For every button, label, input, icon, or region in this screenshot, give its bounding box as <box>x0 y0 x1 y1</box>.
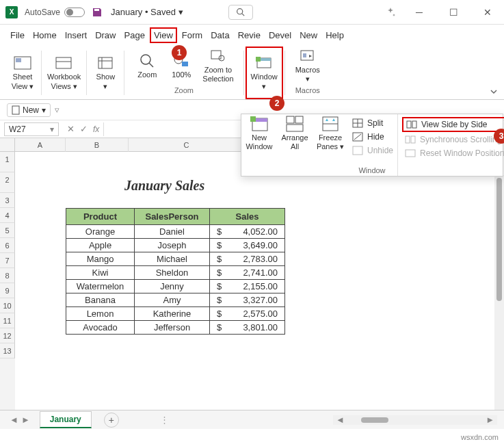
col-header-c[interactable]: C <box>129 138 245 152</box>
row-header[interactable]: 11 <box>0 313 15 328</box>
vertical-scrollbar[interactable] <box>494 175 504 421</box>
cell-product[interactable]: Avocado <box>66 321 135 335</box>
menu-page[interactable]: Page <box>121 27 148 43</box>
prev-sheet-icon[interactable]: ◄ <box>10 415 18 425</box>
sheet-tab-january[interactable]: January <box>40 411 92 428</box>
sheet-view-button[interactable]: Sheet View ▾ <box>5 47 40 99</box>
cell-person[interactable]: Jenny <box>135 280 210 293</box>
unhide-icon <box>352 146 363 155</box>
autosave-toggle[interactable] <box>64 8 85 17</box>
row-header[interactable]: 5 <box>0 223 15 238</box>
row-header[interactable]: 3 <box>0 193 15 208</box>
horizontal-scrollbar[interactable]: ◄ ► <box>333 415 497 425</box>
table-row[interactable]: MangoMichael$2,783.00 <box>66 252 285 266</box>
add-sheet-button[interactable]: + <box>104 413 119 428</box>
menu-form[interactable]: Form <box>178 27 206 43</box>
row-header[interactable]: 4 <box>0 208 15 223</box>
menu-data[interactable]: Data <box>207 27 233 43</box>
zoom-button[interactable]: Zoom <box>130 47 164 85</box>
cell-product[interactable]: Apple <box>66 239 135 252</box>
row-header[interactable]: 12 <box>0 328 15 343</box>
cell-person[interactable]: Amy <box>135 293 210 307</box>
cell-person[interactable]: Daniel <box>135 225 210 239</box>
row-header[interactable]: 7 <box>0 253 15 268</box>
close-button[interactable]: ✕ <box>477 3 499 22</box>
table-row[interactable]: AvocadoJefferson$3,801.00 <box>66 321 285 335</box>
cell-person[interactable]: Sheldon <box>135 266 210 280</box>
th-person[interactable]: SalesPerson <box>135 209 210 225</box>
cell-sales[interactable]: $4,052.00 <box>210 225 285 239</box>
table-row[interactable]: OrangeDaniel$4,052.00 <box>66 225 285 239</box>
cell-sales[interactable]: $3,327.00 <box>210 293 285 307</box>
collapse-ribbon-icon[interactable] <box>489 87 499 96</box>
cell-sales[interactable]: $2,575.00 <box>210 307 285 321</box>
menu-home[interactable]: Home <box>29 27 60 43</box>
sparkle-icon[interactable] <box>385 7 396 18</box>
row-header[interactable]: 1 <box>0 152 15 172</box>
cell-person[interactable]: Michael <box>135 252 210 266</box>
row-header[interactable]: 6 <box>0 238 15 253</box>
new-quick-button[interactable]: New ▾ <box>7 103 51 117</box>
tab-drag-handle[interactable]: ⋮ <box>160 415 169 425</box>
cell-product[interactable]: Kiwi <box>66 266 135 280</box>
split-button[interactable]: Split <box>349 117 396 129</box>
cell-sales[interactable]: $2,741.00 <box>210 266 285 280</box>
table-row[interactable]: WatermelonJenny$2,155.00 <box>66 280 285 293</box>
menu-insert[interactable]: Insert <box>62 27 91 43</box>
th-sales[interactable]: Sales <box>210 209 285 225</box>
workbook-views-button[interactable]: Workbook Views ▾ <box>43 47 85 99</box>
cell-sales[interactable]: $2,783.00 <box>210 252 285 266</box>
cell-product[interactable]: Lemon <box>66 307 135 321</box>
cell-product[interactable]: Mango <box>66 252 135 266</box>
col-header-b[interactable]: B <box>66 138 129 152</box>
macros-button[interactable]: Macros ▾ <box>291 47 325 85</box>
table-row[interactable]: KiwiSheldon$2,741.00 <box>66 266 285 280</box>
hide-button[interactable]: Hide <box>349 131 396 143</box>
cell-person[interactable]: Joseph <box>135 239 210 252</box>
row-header[interactable]: 10 <box>0 298 15 313</box>
search-button[interactable] <box>228 5 253 20</box>
cell-sales[interactable]: $3,649.00 <box>210 239 285 252</box>
document-title[interactable]: January • Saved ▾ <box>111 7 183 17</box>
scroll-left-icon[interactable]: ◄ <box>336 415 345 425</box>
cell-product[interactable]: Watermelon <box>66 280 135 293</box>
minimize-button[interactable]: ─ <box>408 3 430 22</box>
menu-review[interactable]: Revie <box>235 27 264 43</box>
save-icon[interactable] <box>92 7 103 18</box>
table-row[interactable]: LemonKatherine$2,575.00 <box>66 307 285 321</box>
quickbar-overflow[interactable]: ▿ <box>55 105 59 115</box>
cell-product[interactable]: Banana <box>66 293 135 307</box>
row-header[interactable]: 2 <box>0 172 15 193</box>
cell-product[interactable]: Orange <box>66 225 135 239</box>
menu-new[interactable]: New <box>296 27 321 43</box>
cell-sales[interactable]: $2,155.00 <box>210 280 285 293</box>
menu-file[interactable]: File <box>7 27 28 43</box>
th-product[interactable]: Product <box>66 209 135 225</box>
row-header[interactable]: 8 <box>0 268 15 283</box>
table-row[interactable]: BananaAmy$3,327.00 <box>66 293 285 307</box>
accept-formula-icon[interactable]: ✓ <box>80 124 88 134</box>
cell-person[interactable]: Katherine <box>135 307 210 321</box>
show-button[interactable]: Show ▾ <box>88 47 122 99</box>
menu-view[interactable]: View <box>150 27 177 43</box>
row-header[interactable]: 13 <box>0 343 15 358</box>
menu-help[interactable]: Help <box>322 27 347 43</box>
menu-draw[interactable]: Draw <box>92 27 119 43</box>
name-box[interactable]: W27 ▾ <box>4 122 59 136</box>
fx-icon[interactable]: fx <box>93 125 99 134</box>
cell-sales[interactable]: $3,801.00 <box>210 321 285 335</box>
cancel-formula-icon[interactable]: ✕ <box>67 124 75 134</box>
table-row[interactable]: AppleJoseph$3,649.00 <box>66 239 285 252</box>
scroll-right-icon[interactable]: ► <box>486 415 494 425</box>
zoom-selection-button[interactable]: Zoom to Selection <box>198 47 237 85</box>
next-sheet-icon[interactable]: ► <box>21 415 30 425</box>
row-header[interactable]: 9 <box>0 283 15 298</box>
select-all-corner[interactable] <box>0 138 15 152</box>
menu-devel[interactable]: Devel <box>265 27 295 43</box>
window-button[interactable]: Window ▾ <box>246 47 283 99</box>
view-side-by-side-button[interactable]: View Side by Side <box>402 117 504 132</box>
maximize-button[interactable]: ☐ <box>442 3 464 22</box>
col-header-a[interactable]: A <box>15 138 66 152</box>
cell-grid[interactable]: January Sales Product SalesPerson Sales … <box>15 152 504 412</box>
cell-person[interactable]: Jefferson <box>135 321 210 335</box>
